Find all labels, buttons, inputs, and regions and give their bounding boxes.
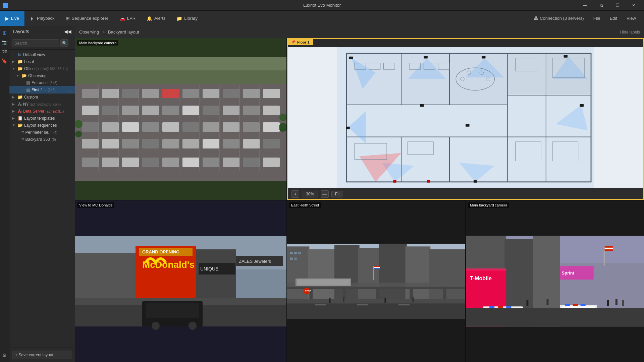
- nav-playback[interactable]: ⏵ Playback: [25, 11, 60, 26]
- floorplan-zoom-controls: + 30% — Fit: [288, 188, 643, 199]
- tree-item-local[interactable]: ▶ 📁 Local: [9, 58, 75, 65]
- layout-icon: ▦: [26, 87, 30, 93]
- svg-text:McDonald's: McDonald's: [142, 259, 195, 270]
- save-current-layout-button[interactable]: + Save current layout: [12, 351, 72, 359]
- floor-tab[interactable]: 📌 Floor 1: [288, 39, 313, 45]
- sequence-icon: ⊞: [66, 16, 70, 21]
- tree-item-backyard360[interactable]: ≡ Backyard 360 (6): [9, 136, 75, 143]
- svg-rect-175: [343, 297, 344, 302]
- tmobile-view: T-Mobile Sprint: [466, 200, 644, 362]
- collapse-panel-button[interactable]: ◀◀: [64, 29, 71, 34]
- tree-item-beta-server[interactable]: ▶ 🖧 Beta Server (admin@l...): [9, 108, 75, 115]
- window-title: Luxriot Evo Monitor: [303, 3, 341, 8]
- tree-item-ny[interactable]: ▶ 🖧 NY (admin@luxriot.com): [9, 101, 75, 108]
- sidebar-icon-map[interactable]: 🗺: [1, 48, 9, 56]
- zoom-in-button[interactable]: +: [291, 190, 299, 198]
- sidebar-icon-cameras[interactable]: 📷: [1, 38, 9, 46]
- svg-rect-200: [526, 300, 528, 306]
- svg-text:T-Mobile: T-Mobile: [470, 275, 492, 281]
- svg-rect-150: [290, 252, 292, 254]
- zoom-out-button[interactable]: —: [321, 190, 329, 198]
- svg-rect-46: [122, 158, 139, 167]
- breadcrumb-observing[interactable]: Observing: [79, 29, 99, 35]
- tree-item-layout-templates[interactable]: ▶ 📋 Layout templates: [9, 115, 75, 122]
- svg-rect-4: [82, 89, 99, 98]
- pin-icon: 📌: [291, 40, 296, 44]
- layouts-header: Layouts ◀◀: [9, 26, 75, 37]
- svg-rect-38: [162, 139, 179, 148]
- fit-button[interactable]: Fit: [331, 191, 343, 197]
- svg-rect-36: [122, 139, 139, 148]
- nav-library[interactable]: 📁 Library: [171, 11, 203, 26]
- svg-rect-22: [243, 106, 260, 115]
- tree-item-first-fl[interactable]: ▦ First fl... (1×5) …: [9, 86, 75, 94]
- svg-rect-99: [346, 127, 350, 129]
- camera-cell-main-backyard[interactable]: Main backyard camera: [75, 38, 286, 200]
- svg-text:STOP: STOP: [305, 290, 311, 292]
- tree-item-perimeter[interactable]: ≡ Perimeter se... (4): [9, 129, 75, 136]
- nav-live[interactable]: ▶ Live: [0, 11, 25, 26]
- svg-rect-169: [373, 266, 374, 280]
- close-button[interactable]: ✕: [626, 0, 641, 11]
- main-area: ⊞ 📷 🗺 🔖 ⚙ Layouts ◀◀ 🔍 🖥 Default view ▶: [0, 26, 644, 362]
- folder-open-icon: 📂: [17, 66, 23, 71]
- svg-rect-17: [142, 106, 159, 115]
- svg-text:UNIQUE: UNIQUE: [200, 266, 218, 272]
- template-icon: 📋: [17, 116, 23, 121]
- svg-rect-48: [162, 158, 179, 167]
- svg-rect-97: [564, 55, 568, 58]
- restore-button[interactable]: ⧉: [594, 0, 609, 11]
- camera-cell-east-reith[interactable]: East Reith Street: [287, 200, 465, 362]
- camera-cell-main-backyard-2[interactable]: Main backyard camera T-Mobile: [466, 200, 644, 362]
- nav-sequence-explorer[interactable]: ⊞ Sequence explorer: [60, 11, 114, 26]
- sequence-icon: ≡: [21, 130, 24, 135]
- folder-icon: 📁: [17, 59, 23, 64]
- tree-item-entrance[interactable]: ▦ Entrance (3×3): [9, 79, 75, 86]
- svg-rect-9: [182, 89, 199, 98]
- tree-label: First fl... (1×5): [32, 87, 56, 92]
- svg-rect-95: [424, 56, 428, 59]
- folder-icon: 📁: [17, 95, 23, 100]
- tree-label: Entrance (3×3): [32, 80, 57, 85]
- svg-rect-13: [263, 89, 280, 98]
- view-label: View: [627, 16, 636, 21]
- maximize-button[interactable]: ❐: [610, 0, 625, 11]
- svg-rect-205: [466, 308, 644, 326]
- layouts-title: Layouts: [13, 29, 29, 34]
- more-button[interactable]: …: [67, 87, 72, 93]
- svg-rect-204: [622, 300, 624, 306]
- camera-cell-mcdonalds[interactable]: View to MC Donalds McDonald's: [75, 200, 286, 362]
- connection-btn[interactable]: 🖧 Connection (3 servers): [531, 14, 587, 22]
- view-btn[interactable]: View: [624, 14, 639, 22]
- svg-rect-23: [263, 106, 280, 115]
- edit-btn[interactable]: Edit: [607, 14, 620, 22]
- svg-rect-12: [243, 89, 260, 98]
- svg-rect-172: [374, 267, 380, 268]
- svg-rect-98: [580, 104, 584, 107]
- svg-rect-7: [142, 89, 159, 98]
- minimize-button[interactable]: —: [578, 0, 593, 11]
- file-btn[interactable]: File: [591, 14, 603, 22]
- svg-rect-32: [243, 122, 260, 132]
- hide-labels-button[interactable]: Hide labels: [620, 30, 640, 35]
- tree-item-custom[interactable]: ▶ 📁 Custom: [9, 94, 75, 101]
- tree-item-default-view[interactable]: 🖥 Default view: [9, 51, 75, 58]
- search-button[interactable]: 🔍: [60, 39, 68, 47]
- nav-alerts[interactable]: 🔔 Alerts: [141, 11, 171, 26]
- sidebar-icon-layouts[interactable]: ⊞: [1, 29, 9, 37]
- tree-label: Backyard 360 (6): [25, 137, 56, 142]
- svg-rect-19: [182, 106, 199, 115]
- tree-item-office[interactable]: ▼ 📂 Office (admin@192.168.1.1): [9, 65, 75, 72]
- svg-rect-104: [466, 124, 470, 127]
- svg-rect-197: [565, 304, 570, 306]
- floorplan-container: [288, 47, 643, 188]
- sidebar-icon-settings[interactable]: ⚙: [1, 351, 9, 359]
- nav-lpr[interactable]: 🚗 LPR: [114, 11, 141, 26]
- sidebar-icon-bookmarks[interactable]: 🔖: [1, 57, 9, 65]
- connection-label: Connection (3 servers): [540, 16, 584, 21]
- svg-rect-25: [102, 122, 119, 132]
- tree-item-observing[interactable]: ▼ 📂 Observing: [9, 72, 75, 79]
- search-input[interactable]: [12, 39, 59, 47]
- svg-point-138: [189, 322, 197, 330]
- tree-item-layout-sequences[interactable]: ▼ 📂 Layout sequences: [9, 122, 75, 129]
